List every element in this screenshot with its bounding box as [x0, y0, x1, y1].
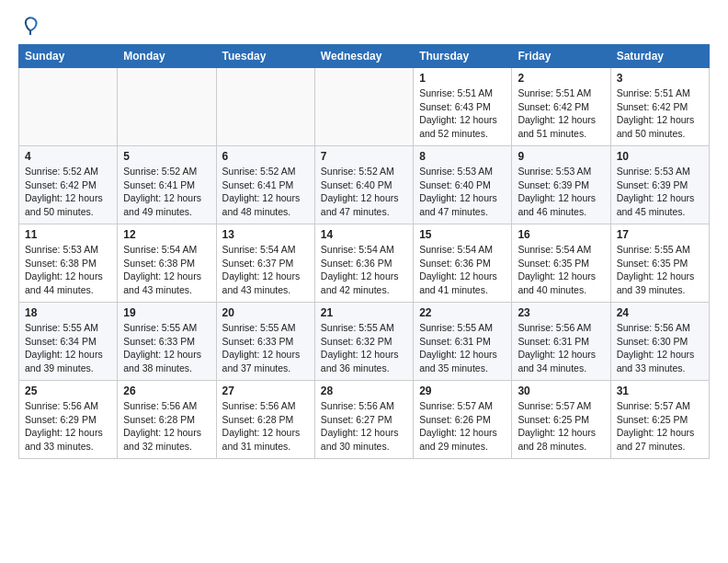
calendar-week-row: 1Sunrise: 5:51 AMSunset: 6:43 PMDaylight… [19, 68, 710, 146]
calendar-cell: 3Sunrise: 5:51 AMSunset: 6:42 PMDaylight… [610, 68, 709, 146]
cell-info: Sunrise: 5:52 AMSunset: 6:41 PMDaylight:… [222, 165, 309, 219]
calendar-cell: 16Sunrise: 5:54 AMSunset: 6:35 PMDayligh… [512, 224, 610, 303]
calendar-cell: 17Sunrise: 5:55 AMSunset: 6:35 PMDayligh… [610, 224, 709, 303]
calendar-cell: 15Sunrise: 5:54 AMSunset: 6:36 PMDayligh… [414, 224, 512, 303]
cell-info: Sunrise: 5:54 AMSunset: 6:35 PMDaylight:… [518, 243, 604, 297]
calendar-cell: 26Sunrise: 5:56 AMSunset: 6:28 PMDayligh… [118, 381, 216, 459]
day-number: 27 [222, 385, 309, 397]
calendar-cell: 11Sunrise: 5:53 AMSunset: 6:38 PMDayligh… [19, 224, 118, 303]
cell-info: Sunrise: 5:56 AMSunset: 6:29 PMDaylight:… [25, 399, 111, 454]
day-number: 20 [222, 306, 309, 319]
calendar-cell: 27Sunrise: 5:56 AMSunset: 6:28 PMDayligh… [216, 381, 314, 459]
cell-info: Sunrise: 5:52 AMSunset: 6:42 PMDaylight:… [25, 165, 111, 219]
calendar-cell [314, 68, 413, 146]
weekday-header-row: SundayMondayTuesdayWednesdayThursdayFrid… [19, 45, 710, 68]
calendar-week-row: 25Sunrise: 5:56 AMSunset: 6:29 PMDayligh… [19, 381, 710, 459]
day-number: 7 [321, 150, 407, 163]
weekday-header-wednesday: Wednesday [314, 45, 413, 68]
day-number: 8 [419, 150, 506, 163]
calendar-table: SundayMondayTuesdayWednesdayThursdayFrid… [18, 44, 710, 459]
calendar-cell: 21Sunrise: 5:55 AMSunset: 6:32 PMDayligh… [314, 303, 413, 381]
cell-info: Sunrise: 5:56 AMSunset: 6:28 PMDaylight:… [222, 399, 309, 454]
calendar-cell [19, 68, 118, 146]
calendar-cell: 29Sunrise: 5:57 AMSunset: 6:26 PMDayligh… [414, 381, 512, 459]
cell-info: Sunrise: 5:55 AMSunset: 6:31 PMDaylight:… [419, 321, 506, 375]
day-number: 9 [518, 150, 604, 163]
cell-info: Sunrise: 5:53 AMSunset: 6:39 PMDaylight:… [617, 165, 703, 219]
day-number: 10 [617, 150, 703, 163]
weekday-header-saturday: Saturday [610, 45, 709, 68]
cell-info: Sunrise: 5:55 AMSunset: 6:33 PMDaylight:… [123, 321, 210, 375]
day-number: 18 [25, 306, 111, 319]
cell-info: Sunrise: 5:57 AMSunset: 6:25 PMDaylight:… [518, 399, 604, 454]
day-number: 4 [25, 150, 111, 163]
cell-info: Sunrise: 5:51 AMSunset: 6:42 PMDaylight:… [518, 86, 604, 141]
calendar-cell: 18Sunrise: 5:55 AMSunset: 6:34 PMDayligh… [19, 303, 118, 381]
calendar-cell: 7Sunrise: 5:52 AMSunset: 6:40 PMDaylight… [314, 146, 413, 224]
day-number: 24 [617, 306, 703, 319]
day-number: 3 [617, 72, 703, 85]
cell-info: Sunrise: 5:56 AMSunset: 6:27 PMDaylight:… [321, 399, 407, 454]
cell-info: Sunrise: 5:55 AMSunset: 6:32 PMDaylight:… [321, 321, 407, 375]
calendar-cell: 28Sunrise: 5:56 AMSunset: 6:27 PMDayligh… [314, 381, 413, 459]
cell-info: Sunrise: 5:53 AMSunset: 6:40 PMDaylight:… [419, 165, 506, 219]
calendar-cell: 6Sunrise: 5:52 AMSunset: 6:41 PMDaylight… [216, 146, 314, 224]
day-number: 11 [25, 228, 111, 241]
weekday-header-friday: Friday [512, 45, 610, 68]
day-number: 23 [518, 306, 604, 319]
calendar-cell: 2Sunrise: 5:51 AMSunset: 6:42 PMDaylight… [512, 68, 610, 146]
logo-icon [20, 15, 40, 35]
day-number: 22 [419, 306, 506, 319]
calendar-cell: 8Sunrise: 5:53 AMSunset: 6:40 PMDaylight… [414, 146, 512, 224]
calendar-cell: 12Sunrise: 5:54 AMSunset: 6:38 PMDayligh… [118, 224, 216, 303]
calendar-cell: 10Sunrise: 5:53 AMSunset: 6:39 PMDayligh… [610, 146, 709, 224]
page: SundayMondayTuesdayWednesdayThursdayFrid… [0, 0, 728, 474]
header [18, 15, 710, 35]
calendar-cell [216, 68, 314, 146]
day-number: 1 [419, 72, 506, 85]
logo [18, 15, 40, 35]
day-number: 2 [518, 72, 604, 85]
calendar-cell: 24Sunrise: 5:56 AMSunset: 6:30 PMDayligh… [610, 303, 709, 381]
cell-info: Sunrise: 5:54 AMSunset: 6:36 PMDaylight:… [321, 243, 407, 297]
calendar-cell: 23Sunrise: 5:56 AMSunset: 6:31 PMDayligh… [512, 303, 610, 381]
calendar-cell: 19Sunrise: 5:55 AMSunset: 6:33 PMDayligh… [118, 303, 216, 381]
cell-info: Sunrise: 5:53 AMSunset: 6:38 PMDaylight:… [25, 243, 111, 297]
day-number: 17 [617, 228, 703, 241]
calendar-cell: 9Sunrise: 5:53 AMSunset: 6:39 PMDaylight… [512, 146, 610, 224]
cell-info: Sunrise: 5:56 AMSunset: 6:30 PMDaylight:… [617, 321, 703, 375]
day-number: 29 [419, 385, 506, 397]
calendar-cell: 30Sunrise: 5:57 AMSunset: 6:25 PMDayligh… [512, 381, 610, 459]
calendar-cell: 1Sunrise: 5:51 AMSunset: 6:43 PMDaylight… [414, 68, 512, 146]
calendar-cell: 25Sunrise: 5:56 AMSunset: 6:29 PMDayligh… [19, 381, 118, 459]
day-number: 5 [123, 150, 210, 163]
day-number: 12 [123, 228, 210, 241]
day-number: 28 [321, 385, 407, 397]
cell-info: Sunrise: 5:57 AMSunset: 6:26 PMDaylight:… [419, 399, 506, 454]
day-number: 13 [222, 228, 309, 241]
day-number: 31 [617, 385, 703, 397]
cell-info: Sunrise: 5:55 AMSunset: 6:34 PMDaylight:… [25, 321, 111, 375]
cell-info: Sunrise: 5:54 AMSunset: 6:38 PMDaylight:… [123, 243, 210, 297]
weekday-header-monday: Monday [118, 45, 216, 68]
calendar-cell: 5Sunrise: 5:52 AMSunset: 6:41 PMDaylight… [118, 146, 216, 224]
cell-info: Sunrise: 5:51 AMSunset: 6:43 PMDaylight:… [419, 86, 506, 141]
day-number: 25 [25, 385, 111, 397]
calendar-cell: 20Sunrise: 5:55 AMSunset: 6:33 PMDayligh… [216, 303, 314, 381]
calendar-cell [118, 68, 216, 146]
day-number: 30 [518, 385, 604, 397]
day-number: 15 [419, 228, 506, 241]
calendar-cell: 31Sunrise: 5:57 AMSunset: 6:25 PMDayligh… [610, 381, 709, 459]
day-number: 19 [123, 306, 210, 319]
calendar-cell: 4Sunrise: 5:52 AMSunset: 6:42 PMDaylight… [19, 146, 118, 224]
cell-info: Sunrise: 5:54 AMSunset: 6:36 PMDaylight:… [419, 243, 506, 297]
calendar-cell: 13Sunrise: 5:54 AMSunset: 6:37 PMDayligh… [216, 224, 314, 303]
cell-info: Sunrise: 5:54 AMSunset: 6:37 PMDaylight:… [222, 243, 309, 297]
cell-info: Sunrise: 5:57 AMSunset: 6:25 PMDaylight:… [617, 399, 703, 454]
cell-info: Sunrise: 5:52 AMSunset: 6:40 PMDaylight:… [321, 165, 407, 219]
day-number: 21 [321, 306, 407, 319]
cell-info: Sunrise: 5:52 AMSunset: 6:41 PMDaylight:… [123, 165, 210, 219]
day-number: 14 [321, 228, 407, 241]
cell-info: Sunrise: 5:51 AMSunset: 6:42 PMDaylight:… [617, 86, 703, 141]
weekday-header-tuesday: Tuesday [216, 45, 314, 68]
